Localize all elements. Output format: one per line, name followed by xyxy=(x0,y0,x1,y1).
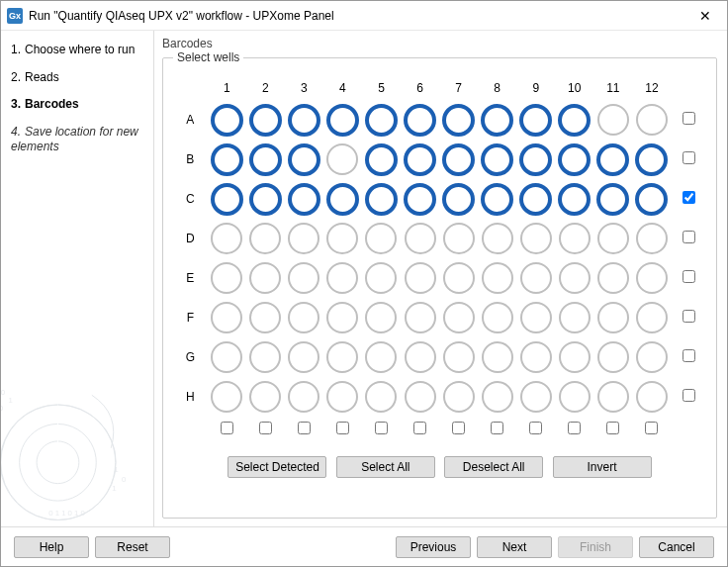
well-D8[interactable] xyxy=(482,223,513,254)
row-checkbox-C[interactable] xyxy=(682,191,695,204)
well-G8[interactable] xyxy=(482,341,513,373)
wizard-step[interactable]: 1.Choose where to run xyxy=(11,43,143,58)
well-H11[interactable] xyxy=(597,381,629,413)
well-D11[interactable] xyxy=(597,223,629,254)
well-F12[interactable] xyxy=(636,302,668,333)
well-D12[interactable] xyxy=(636,223,668,254)
well-A7[interactable] xyxy=(442,104,475,137)
well-E6[interactable] xyxy=(405,262,436,294)
well-A10[interactable] xyxy=(558,104,591,137)
well-B9[interactable] xyxy=(519,143,552,176)
well-F8[interactable] xyxy=(482,302,513,333)
well-E8[interactable] xyxy=(482,262,513,294)
well-C9[interactable] xyxy=(519,183,552,216)
well-D2[interactable] xyxy=(249,223,281,254)
close-button[interactable]: ✕ xyxy=(683,1,727,31)
col-checkbox-10[interactable] xyxy=(568,422,581,434)
invert-button[interactable]: Invert xyxy=(553,456,652,478)
row-checkbox-F[interactable] xyxy=(682,310,695,323)
col-checkbox-2[interactable] xyxy=(259,422,272,434)
well-C6[interactable] xyxy=(404,183,436,216)
well-E5[interactable] xyxy=(365,262,397,294)
col-checkbox-6[interactable] xyxy=(413,422,426,434)
well-D4[interactable] xyxy=(326,223,358,254)
well-C2[interactable] xyxy=(249,183,282,216)
row-checkbox-G[interactable] xyxy=(682,349,695,362)
well-A6[interactable] xyxy=(404,104,436,137)
well-F3[interactable] xyxy=(288,302,319,333)
col-checkbox-8[interactable] xyxy=(491,422,503,434)
cancel-button[interactable]: Cancel xyxy=(639,536,714,558)
well-C10[interactable] xyxy=(558,183,591,216)
well-C12[interactable] xyxy=(635,183,668,216)
well-A1[interactable] xyxy=(211,104,243,137)
next-button[interactable]: Next xyxy=(477,536,552,558)
well-D9[interactable] xyxy=(520,223,552,254)
col-checkbox-12[interactable] xyxy=(645,422,658,434)
well-F11[interactable] xyxy=(597,302,629,333)
well-F9[interactable] xyxy=(520,302,552,333)
well-C4[interactable] xyxy=(326,183,359,216)
well-H6[interactable] xyxy=(405,381,436,413)
col-checkbox-11[interactable] xyxy=(606,422,619,434)
well-C5[interactable] xyxy=(365,183,398,216)
well-C3[interactable] xyxy=(288,183,320,216)
well-E9[interactable] xyxy=(520,262,552,294)
col-checkbox-1[interactable] xyxy=(221,422,233,434)
well-A4[interactable] xyxy=(326,104,359,137)
well-C1[interactable] xyxy=(211,183,243,216)
well-G1[interactable] xyxy=(211,341,242,373)
well-E11[interactable] xyxy=(597,262,629,294)
well-H3[interactable] xyxy=(288,381,319,413)
col-checkbox-9[interactable] xyxy=(529,422,542,434)
well-F1[interactable] xyxy=(211,302,242,333)
well-B5[interactable] xyxy=(365,143,398,176)
well-D5[interactable] xyxy=(365,223,397,254)
well-E7[interactable] xyxy=(443,262,475,294)
well-H9[interactable] xyxy=(520,381,552,413)
row-checkbox-E[interactable] xyxy=(682,270,695,283)
well-F4[interactable] xyxy=(326,302,358,333)
col-checkbox-3[interactable] xyxy=(298,422,311,434)
well-E1[interactable] xyxy=(211,262,242,294)
well-G4[interactable] xyxy=(326,341,358,373)
well-G10[interactable] xyxy=(559,341,591,373)
well-H2[interactable] xyxy=(249,381,281,413)
deselect-all-button[interactable]: Deselect All xyxy=(444,456,543,478)
wizard-step[interactable]: 4.Save location for new elements xyxy=(11,125,143,155)
well-F5[interactable] xyxy=(365,302,397,333)
wizard-step[interactable]: 3.Barcodes xyxy=(11,97,143,113)
well-H10[interactable] xyxy=(559,381,591,413)
well-B8[interactable] xyxy=(481,143,513,176)
well-A11[interactable] xyxy=(597,104,629,136)
col-checkbox-4[interactable] xyxy=(336,422,349,434)
col-checkbox-5[interactable] xyxy=(375,422,388,434)
well-D3[interactable] xyxy=(288,223,319,254)
well-A5[interactable] xyxy=(365,104,398,137)
wizard-step[interactable]: 2.Reads xyxy=(11,70,143,86)
well-G2[interactable] xyxy=(249,341,281,373)
well-F6[interactable] xyxy=(405,302,436,333)
well-F10[interactable] xyxy=(559,302,591,333)
well-G3[interactable] xyxy=(288,341,319,373)
well-B12[interactable] xyxy=(635,143,668,176)
well-B2[interactable] xyxy=(249,143,282,176)
well-A8[interactable] xyxy=(481,104,513,137)
row-checkbox-H[interactable] xyxy=(682,389,695,402)
well-E4[interactable] xyxy=(326,262,358,294)
well-D7[interactable] xyxy=(443,223,475,254)
well-F7[interactable] xyxy=(443,302,475,333)
well-H12[interactable] xyxy=(636,381,668,413)
well-C11[interactable] xyxy=(596,183,629,216)
well-B1[interactable] xyxy=(211,143,243,176)
well-E12[interactable] xyxy=(636,262,668,294)
well-A12[interactable] xyxy=(636,104,668,136)
well-D6[interactable] xyxy=(405,223,436,254)
well-A2[interactable] xyxy=(249,104,282,137)
col-checkbox-7[interactable] xyxy=(452,422,465,434)
well-E2[interactable] xyxy=(249,262,281,294)
well-H1[interactable] xyxy=(211,381,242,413)
well-E3[interactable] xyxy=(288,262,319,294)
well-B4[interactable] xyxy=(326,143,358,175)
select-detected-button[interactable]: Select Detected xyxy=(228,456,326,478)
